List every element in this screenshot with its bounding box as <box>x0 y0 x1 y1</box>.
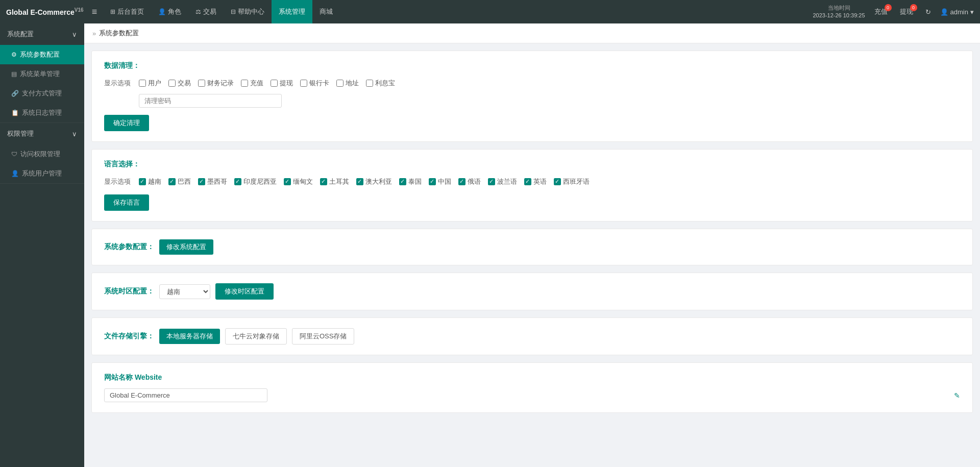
recharge-badge: 0 <box>885 4 892 11</box>
checkbox-finance-input[interactable] <box>198 80 205 87</box>
lang-thailand[interactable]: 泰国 <box>399 177 422 186</box>
lang-russia-input[interactable] <box>458 178 465 185</box>
display-options-label: 显示选项 <box>104 79 135 88</box>
lang-turkey-input[interactable] <box>320 178 327 185</box>
lang-china[interactable]: 中国 <box>429 177 451 186</box>
top-right-actions: 当地时间 2023-12-26 10:39:25 充值 0 提现 0 ↻ 👤 a… <box>813 4 974 20</box>
checkbox-user[interactable]: 用户 <box>139 79 161 88</box>
lang-mexico[interactable]: 墨西哥 <box>198 177 227 186</box>
lang-mexico-input[interactable] <box>198 178 205 185</box>
refresh-icon: ↻ <box>925 8 931 16</box>
checkbox-address-input[interactable] <box>336 80 344 87</box>
sidebar-section-header-permissions[interactable]: 权限管理 ∨ <box>0 123 84 144</box>
lang-poland-input[interactable] <box>488 178 495 185</box>
refresh-button[interactable]: ↻ <box>922 6 934 18</box>
website-name-input[interactable] <box>104 388 267 402</box>
checkbox-recharge[interactable]: 充值 <box>241 79 263 88</box>
checkbox-recharge-input[interactable] <box>241 80 248 87</box>
chevron-down-icon: ▾ <box>970 8 974 16</box>
file-storage-label: 文件存储引擎： <box>104 332 154 341</box>
content-area: 数据清理： 显示选项 用户 交易 财 <box>84 43 980 420</box>
link-icon: 🔗 <box>11 90 19 97</box>
website-input-row: ✎ <box>104 388 960 402</box>
checkbox-interest[interactable]: 利息宝 <box>366 79 395 88</box>
data-clear-card: 数据清理： 显示选项 用户 交易 财 <box>91 51 973 142</box>
checkbox-withdraw[interactable]: 提现 <box>271 79 293 88</box>
lang-spanish-input[interactable] <box>554 178 561 185</box>
sidebar-item-access-control[interactable]: 🛡 访问权限管理 <box>0 144 84 164</box>
lang-vietnam-input[interactable] <box>139 178 146 185</box>
lang-russia[interactable]: 俄语 <box>458 177 481 186</box>
time-display: 当地时间 2023-12-26 10:39:25 <box>813 4 865 20</box>
language-checkbox-row: 显示选项 越南 巴西 墨西哥 <box>104 177 960 186</box>
nav-item-system[interactable]: 系统管理 <box>272 0 312 23</box>
lang-english-input[interactable] <box>524 178 531 185</box>
modify-system-config-button[interactable]: 修改系统配置 <box>159 239 213 255</box>
nav-item-transaction[interactable]: ⚖ 交易 <box>188 0 224 23</box>
lang-thailand-input[interactable] <box>399 178 406 185</box>
lang-vietnam[interactable]: 越南 <box>139 177 161 186</box>
help-icon: ⊟ <box>231 8 236 15</box>
timezone-card: 系统时区配置： 越南 中国 美国 英国 修改时区配置 <box>91 273 973 310</box>
sidebar-item-payment[interactable]: 🔗 支付方式管理 <box>0 84 84 103</box>
user-icon: 👤 <box>11 170 19 177</box>
sidebar-item-system-params[interactable]: ⚙ 系统参数配置 <box>0 45 84 64</box>
menu-icon: ▤ <box>11 70 17 78</box>
checkbox-user-input[interactable] <box>139 80 146 87</box>
website-card: 网站名称 Website ✎ <box>91 362 973 413</box>
withdraw-button[interactable]: 提现 0 <box>897 5 916 18</box>
user-menu[interactable]: 👤 admin ▾ <box>940 8 974 16</box>
checkbox-transaction[interactable]: 交易 <box>168 79 191 88</box>
lang-australia[interactable]: 澳大利亚 <box>356 177 392 186</box>
timezone-select[interactable]: 越南 中国 美国 英国 <box>159 284 210 299</box>
lang-australia-input[interactable] <box>356 178 363 185</box>
lang-english[interactable]: 英语 <box>524 177 547 186</box>
sidebar: 系统配置 ∨ ⚙ 系统参数配置 ▤ 系统菜单管理 🔗 支付方式管理 📋 系统日志… <box>0 23 84 467</box>
lang-china-input[interactable] <box>429 178 436 185</box>
local-storage-button[interactable]: 本地服务器存储 <box>159 329 220 344</box>
confirm-clear-row: 确定清理 <box>104 115 960 131</box>
withdraw-badge: 0 <box>910 4 917 11</box>
lang-poland[interactable]: 波兰语 <box>488 177 517 186</box>
modify-timezone-button[interactable]: 修改时区配置 <box>215 283 274 300</box>
qiniu-storage-button[interactable]: 七牛云对象存储 <box>225 328 287 345</box>
nav-item-shop[interactable]: 商城 <box>312 0 340 23</box>
checkbox-transaction-input[interactable] <box>168 80 176 87</box>
lang-brazil[interactable]: 巴西 <box>168 177 191 186</box>
sidebar-item-menu-manage[interactable]: ▤ 系统菜单管理 <box>0 64 84 84</box>
lang-myanmar-input[interactable] <box>284 178 291 185</box>
chevron-icon: ∨ <box>72 130 77 138</box>
confirm-clear-button[interactable]: 确定清理 <box>104 115 149 131</box>
nav-item-help[interactable]: ⊟ 帮助中心 <box>224 0 272 23</box>
sidebar-section-header-system-config[interactable]: 系统配置 ∨ <box>0 23 84 45</box>
clear-password-input[interactable] <box>139 94 282 108</box>
lang-brazil-input[interactable] <box>168 178 176 185</box>
checkbox-bank[interactable]: 银行卡 <box>300 79 329 88</box>
language-display-label: 显示选项 <box>104 177 135 186</box>
lang-turkey[interactable]: 土耳其 <box>320 177 349 186</box>
lang-indonesia-input[interactable] <box>234 178 241 185</box>
checkbox-finance[interactable]: 财务记录 <box>198 79 234 88</box>
checkbox-withdraw-input[interactable] <box>271 80 278 87</box>
data-clear-title: 数据清理： <box>104 61 960 70</box>
lang-spanish[interactable]: 西班牙语 <box>554 177 590 186</box>
nav-item-role[interactable]: 👤 角色 <box>151 0 188 23</box>
dashboard-icon: ⊞ <box>110 8 115 15</box>
checkbox-bank-input[interactable] <box>300 80 307 87</box>
nav-item-dashboard[interactable]: ⊞ 后台首页 <box>103 0 151 23</box>
save-language-button[interactable]: 保存语言 <box>104 194 149 211</box>
sidebar-item-log[interactable]: 📋 系统日志管理 <box>0 103 84 122</box>
lang-indonesia[interactable]: 印度尼西亚 <box>234 177 277 186</box>
gear-icon: ⚙ <box>11 51 17 58</box>
website-title: 网站名称 Website <box>104 373 960 382</box>
menu-toggle-icon[interactable]: ≡ <box>92 7 97 17</box>
sidebar-item-users[interactable]: 👤 系统用户管理 <box>0 164 84 183</box>
aliyun-storage-button[interactable]: 阿里云OSS存储 <box>292 328 354 345</box>
lang-myanmar[interactable]: 缅甸文 <box>284 177 313 186</box>
checkbox-interest-input[interactable] <box>366 80 373 87</box>
language-card: 语言选择： 显示选项 越南 巴西 墨 <box>91 149 973 222</box>
transaction-icon: ⚖ <box>195 8 201 15</box>
recharge-button[interactable]: 充值 0 <box>871 5 891 18</box>
website-edit-icon[interactable]: ✎ <box>954 391 960 400</box>
checkbox-address[interactable]: 地址 <box>336 79 359 88</box>
